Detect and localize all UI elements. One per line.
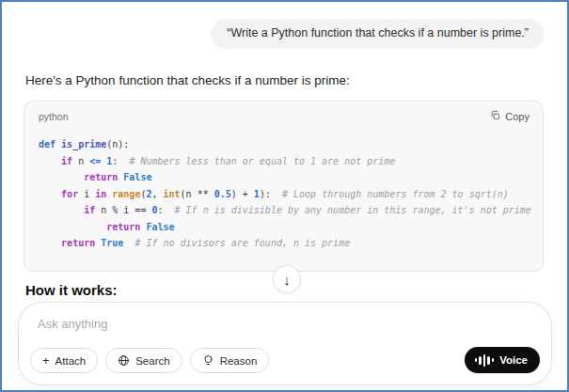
code-line: return True # If no divisors are found, … (39, 235, 529, 252)
lightbulb-icon (202, 354, 214, 367)
composer-actions: + Attach Search Reason (30, 348, 269, 373)
assistant-intro-text: Here's a Python function that checks if … (25, 73, 350, 87)
code-content: def is_prime(n): if n <= 1: # Numbers le… (24, 124, 543, 263)
plus-icon: + (42, 354, 50, 367)
search-button[interactable]: Search (105, 348, 182, 373)
voice-waveform-icon (475, 354, 495, 367)
copy-button-label: Copy (505, 111, 529, 122)
user-message-bubble: “Write a Python function that checks if … (211, 19, 545, 49)
composer: + Attach Search Reason Voice (18, 302, 552, 385)
voice-button-label: Voice (499, 354, 528, 366)
search-button-label: Search (135, 355, 169, 367)
code-line: if n <= 1: # Numbers less than or equal … (39, 153, 529, 170)
copy-button[interactable]: Copy (490, 110, 529, 122)
code-line: for i in range(2, int(n ** 0.5) + 1): # … (39, 186, 529, 203)
code-line: return False (39, 219, 529, 236)
voice-button[interactable]: Voice (465, 347, 540, 373)
code-block-header: python Copy (24, 102, 543, 124)
message-input[interactable] (24, 310, 532, 337)
reason-button[interactable]: Reason (190, 348, 270, 373)
code-block: python Copy def is_prime(n): if n <= 1: … (24, 101, 544, 272)
code-line: def is_prime(n): (39, 136, 529, 153)
user-message-text: “Write a Python function that checks if … (227, 26, 529, 39)
down-arrow-icon: ↓ (283, 272, 291, 288)
code-line: if n % i == 0: # If n is divisible by an… (39, 202, 529, 219)
chat-window: “Write a Python function that checks if … (0, 0, 569, 392)
copy-icon (490, 110, 500, 122)
attach-button[interactable]: + Attach (30, 348, 98, 373)
code-line: return False (39, 169, 529, 186)
section-heading: How it works: (25, 282, 118, 298)
scroll-down-button[interactable]: ↓ (273, 265, 301, 293)
reason-button-label: Reason (220, 355, 258, 367)
code-language-label: python (39, 111, 69, 122)
attach-button-label: Attach (55, 355, 87, 367)
globe-icon (118, 354, 130, 367)
